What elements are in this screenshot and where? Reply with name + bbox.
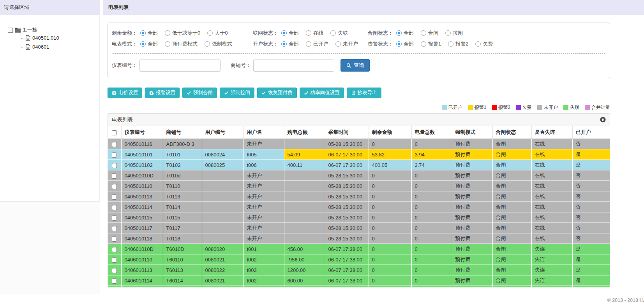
radio-network-status-1[interactable]: 在线	[306, 30, 323, 37]
table-cell	[202, 170, 243, 181]
tree-node-child-0[interactable]: 040501:010	[21, 33, 99, 42]
column-header-2: 用户编号	[202, 126, 243, 139]
radio-alarm-status-2[interactable]: 报警2	[448, 40, 468, 47]
row-checkbox[interactable]	[112, 226, 117, 231]
main-panel: 电表列表 剩余金额：全部低于或等于0大于0联网状态：全部在线失联合闸状态：全部合…	[103, 0, 644, 295]
row-checkbox[interactable]	[112, 216, 117, 221]
table-cell: 0	[411, 212, 452, 223]
app-window: 请选择区域 1:一栋 040501:010040601 电表列表 剩余金额：全部…	[0, 0, 644, 295]
table-cell: 在线	[531, 212, 572, 223]
table-row: 0405010116ADF300-D 3未开户05-28 15:30:0000预…	[108, 139, 610, 149]
table-cell	[284, 191, 325, 202]
table-cell: 0	[411, 223, 452, 233]
table-cell: 0405010114	[121, 202, 163, 212]
radio-gate-status-1[interactable]: 合闸	[421, 30, 438, 37]
radio-alarm-status-1[interactable]: 报警1	[421, 40, 441, 47]
table-cell: 0405010101	[121, 149, 163, 160]
row-checkbox[interactable]	[112, 184, 117, 189]
row-checkbox[interactable]	[112, 195, 117, 200]
legend-label: 欠费	[522, 104, 532, 111]
price-setting-button[interactable]: 电价设置	[108, 88, 142, 98]
radio-account-status-1[interactable]: 已开户	[306, 40, 328, 47]
meter-no-input[interactable]	[139, 60, 221, 72]
row-checkbox[interactable]	[112, 279, 117, 284]
row-checkbox[interactable]	[112, 205, 117, 210]
table-cell: t003	[243, 265, 284, 275]
table-cell: T0110	[163, 181, 202, 191]
table-cell: 06-07 17:38:00	[325, 275, 369, 286]
restore-prepaid-button[interactable]: 恢复预付费	[257, 88, 297, 98]
row-checkbox[interactable]	[112, 268, 117, 273]
filter-group-account-status: 开户状态：全部已开户未开户	[253, 40, 368, 47]
tree-node-root[interactable]: 1:一栋	[8, 26, 99, 33]
radio-network-status-0[interactable]: 全部	[281, 30, 299, 37]
alarm-setting-button[interactable]: 报警设置	[145, 88, 180, 98]
table-cell: 0	[369, 244, 411, 254]
table-cell: 0080023	[202, 286, 243, 288]
table-cell: 合闸	[492, 265, 531, 275]
table-cell: 05-28 15:30:00	[325, 202, 369, 212]
table-body: 0405010116ADF300-D 3未开户05-28 15:30:0000预…	[108, 139, 610, 288]
radio-network-status-2[interactable]: 失联	[330, 30, 348, 37]
radio-alarm-status-0[interactable]: 全部	[396, 40, 414, 47]
radio-meter-mode-0[interactable]: 全部	[140, 40, 158, 47]
table-cell: t006	[243, 160, 284, 170]
row-checkbox[interactable]	[112, 247, 117, 252]
radio-meter-mode-2[interactable]: 强制模式	[205, 40, 232, 47]
table-cell: 合闸	[492, 170, 531, 181]
legend-item-opened: 已开户	[442, 104, 462, 111]
row-checkbox[interactable]	[112, 174, 117, 179]
table-cell: 0406010113	[121, 265, 163, 275]
legend-swatch	[516, 105, 521, 110]
row-checkbox[interactable]	[112, 237, 117, 242]
row-checkbox[interactable]	[112, 152, 117, 158]
row-checkbox[interactable]	[112, 163, 117, 168]
table-cell: 0405010102	[121, 160, 163, 170]
table-cell: 0406010115	[121, 286, 163, 288]
row-checkbox[interactable]	[112, 258, 117, 263]
radio-alarm-status-3[interactable]: 欠费	[475, 40, 493, 47]
radio-meter-mode-1[interactable]: 预付费模式	[165, 40, 198, 47]
search-button[interactable]: 查询	[341, 59, 370, 72]
radio-gate-status-2[interactable]: 拉闸	[445, 30, 463, 37]
table-cell: 06-07 17:38:00	[325, 265, 369, 275]
radio-label: 全部	[148, 30, 158, 37]
force-close-gate-button[interactable]: 强制合闸	[182, 88, 217, 98]
collapse-panel-icon[interactable]	[600, 117, 606, 123]
column-header-9: 合闸状态	[492, 126, 531, 139]
radio-gate-status-0[interactable]: 全部	[396, 30, 414, 37]
table-cell: 0	[411, 191, 452, 202]
radio-account-status-0[interactable]: 全部	[281, 40, 299, 47]
radio-icon	[421, 41, 426, 47]
shop-no-input[interactable]	[253, 60, 334, 72]
table-cell: 0	[411, 233, 452, 244]
tree-node-child-1[interactable]: 040601	[21, 42, 99, 51]
radio-icon	[165, 30, 170, 36]
table-cell: 预付费	[452, 254, 492, 265]
radio-account-status-2[interactable]: 未开户	[335, 40, 358, 47]
table-cell: 合闸	[492, 202, 531, 212]
table-cell: 0080020	[202, 244, 243, 254]
table-cell: 05-28 15:30:00	[325, 212, 369, 223]
meter-export-button[interactable]: 抄表导出	[347, 88, 381, 98]
radio-remaining-amount-2[interactable]: 大于0	[207, 30, 228, 37]
select-all-checkbox[interactable]	[112, 130, 117, 135]
table-cell: 456.00	[284, 244, 325, 254]
table-cell: 未开户	[243, 233, 284, 244]
radio-icon	[306, 30, 311, 36]
power-threshold-button[interactable]: 功率阈值设置	[300, 88, 344, 98]
table-cell: 0	[369, 286, 411, 288]
table-cell: 06-07 17:30:00	[325, 149, 369, 160]
radio-remaining-amount-1[interactable]: 低于或等于0	[165, 30, 200, 37]
tree-child-label: 040501:010	[32, 35, 59, 41]
table-cell: 在线	[531, 202, 572, 212]
column-header-11: 已开户	[572, 126, 610, 139]
table-cell: 0	[411, 170, 452, 181]
row-checkbox[interactable]	[112, 142, 117, 147]
table-cell: 0	[411, 139, 452, 149]
tree-collapse-icon[interactable]	[8, 28, 13, 33]
radio-remaining-amount-0[interactable]: 全部	[140, 30, 158, 37]
force-open-gate-button[interactable]: 强制拉闸	[220, 88, 254, 98]
table-cell: 在线	[531, 181, 572, 191]
page-title: 电表列表	[103, 0, 644, 15]
